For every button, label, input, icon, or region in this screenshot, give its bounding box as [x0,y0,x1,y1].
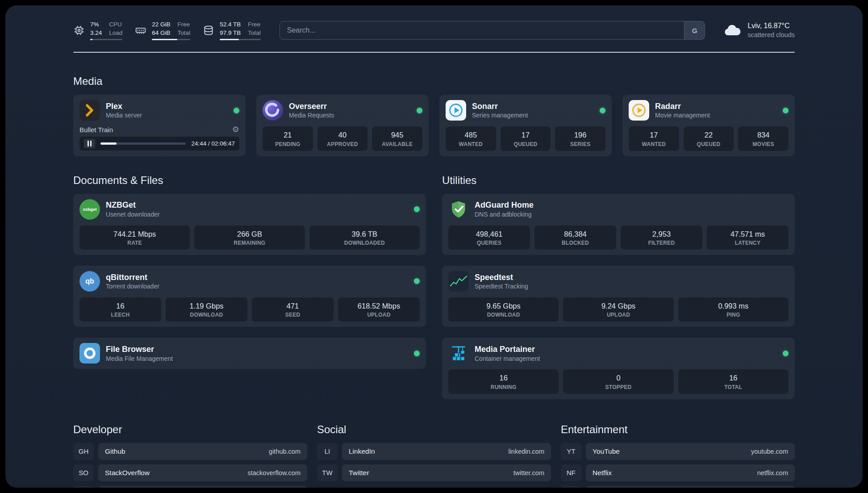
service-name: Speedtest [475,272,528,283]
memory-usage-bar [152,39,190,40]
stat-value: 86,384 [536,230,614,239]
bookmark-abbr: LI [317,443,338,460]
media-card-grid: Plex Media server Bullet Train ⚙ 24:44 /… [73,95,795,156]
stat-block: 834 MOVIES [738,126,789,150]
section-title-entertainment: Entertainment [561,423,795,436]
bookmark-linkedin[interactable]: LI LinkedIn linkedin.com [317,443,551,460]
service-name: Overseerr [289,101,334,112]
stats-row: 21 PENDING 40 APPROVED 945 AVAILABLE [263,126,422,150]
service-meta: Speedtest Speedtest Tracking [475,272,528,291]
adguard-card[interactable]: AdGuard Home DNS and adblocking 498,461 … [442,194,795,255]
stat-block: 86,384 BLOCKED [534,226,616,250]
bookmark-youtube[interactable]: YT YouTube youtube.com [561,443,795,460]
stat-block: 945 AVAILABLE [372,126,422,150]
section-title-media: Media [73,75,795,88]
bookmark-name: StackOverflow [105,469,150,477]
memory-widget: 22 GiB Free 64 GiB Total [135,21,190,40]
stat-label: SERIES [557,141,604,147]
bookmark-reddit[interactable]: RE Reddit reddit.com [561,486,795,488]
bookmark-pill: Twitter twitter.com [342,464,551,481]
stat-label: REMAINING [196,240,303,246]
memory-readout: 22 GiB Free 64 GiB Total [152,21,190,40]
plex-card-header: Plex Media server [79,100,239,121]
stat-block: 744.21 Mbps RATE [79,226,190,250]
bookmark-abbr: RE [561,486,581,488]
bookmark-stackoverflow[interactable]: SO StackOverflow stackoverflow.com [73,464,307,481]
stat-label: TOTAL [680,384,787,390]
service-meta: File Browser Media File Management [106,344,173,363]
cloud-icon [723,24,742,37]
disk-total-label: Total [248,29,261,37]
adguard-icon [448,199,469,220]
section-title-developer: Developer [73,423,307,436]
stat-block: 47.571 ms LATENCY [707,226,789,250]
now-playing-title: Bullet Train [79,126,113,134]
gear-icon[interactable]: ⚙ [232,125,239,134]
bookmark-github[interactable]: GH Github github.com [73,443,307,460]
bookmark-twitter[interactable]: TW Twitter twitter.com [317,464,551,481]
stat-label: RUNNING [450,384,557,390]
radarr-icon [629,100,649,121]
stat-label: FILTERED [622,240,701,246]
stat-label: QUEUED [685,141,732,147]
stat-label: RATE [81,240,188,246]
filebrowser-card[interactable]: File Browser Media File Management [73,338,426,369]
playback-time: 24:44 / 02:06:47 [191,140,235,147]
service-subtitle: Container management [475,355,540,363]
stat-label: PENDING [264,141,311,147]
stat-value: 16 [450,373,557,383]
bookmark-abbr: TW [317,464,338,481]
stat-label: QUEUED [502,141,549,147]
portainer-card[interactable]: Media Portainer Container management 16 … [442,338,795,399]
bookmark-url: stackoverflow.com [248,469,300,476]
sonarr-card-header: Sonarr Series management [446,100,605,121]
qbittorrent-card-header: qb qBittorrent Torrent downloader [79,271,420,292]
bookmarks-area: Developer GH Github github.com SO StackO… [73,423,795,488]
speedtest-card[interactable]: Speedtest Speedtest Tracking 9.65 Gbps D… [442,266,795,327]
overseerr-card-header: Overseerr Media Requests [263,100,422,121]
playback-progress-bar [100,142,186,145]
bookmark-dev[interactable]: DT DEV dev.to [73,486,307,488]
bookmark-url: github.com [269,448,300,455]
bookmark-url: netflix.com [757,469,788,476]
adguard-card-header: AdGuard Home DNS and adblocking [448,199,789,220]
cpu-readout: 7% CPU 3.24 Load [90,21,122,40]
bookmark-pill: DEV dev.to [98,486,307,488]
plex-card[interactable]: Plex Media server Bullet Train ⚙ 24:44 /… [73,95,246,156]
stat-label: BLOCKED [536,240,614,246]
pause-button[interactable] [84,139,95,148]
search-provider-button[interactable]: G [684,21,705,39]
social-column: Social LI LinkedIn linkedin.com TW Twitt… [317,423,551,488]
bookmark-netflix[interactable]: NF Netflix netflix.com [561,464,795,481]
qbittorrent-card[interactable]: qb qBittorrent Torrent downloader 16 LEE… [73,266,426,327]
bookmark-name: Github [105,447,125,455]
stat-value: 834 [740,130,787,140]
speedtest-icon [448,271,469,292]
stat-value: 21 [264,130,311,140]
stat-value: 0.993 ms [680,301,787,311]
search-bar: G [280,21,705,40]
speedtest-card-header: Speedtest Speedtest Tracking [448,271,789,292]
stat-value: 1.19 Gbps [167,301,246,311]
stat-label: UPLOAD [340,312,418,318]
bookmark-name: LinkedIn [349,447,375,455]
bookmark-name: YouTube [593,447,620,455]
now-playing-row: Bullet Train ⚙ [79,125,239,134]
sonarr-card[interactable]: Sonarr Series management 485 WANTED 17 Q… [439,95,612,156]
stat-label: DOWNLOAD [450,312,557,318]
stat-label: QUERIES [450,240,528,246]
overseerr-card[interactable]: Overseerr Media Requests 21 PENDING 40 A… [256,95,429,156]
search-input[interactable] [280,21,684,39]
stats-row: 16 LEECH 1.19 Gbps DOWNLOAD 471 SEED 6 [79,297,420,322]
stat-block: 22 QUEUED [684,126,734,150]
service-subtitle: Media Requests [289,111,334,119]
radarr-card[interactable]: Radarr Movie management 17 WANTED 22 QUE… [622,95,795,156]
stats-row: 485 WANTED 17 QUEUED 196 SERIES [446,126,605,150]
memory-icon [135,25,146,36]
bookmark-url: linkedin.com [508,448,544,455]
stat-block: 17 WANTED [629,126,679,150]
status-dot [414,278,420,284]
topbar-divider [73,52,795,53]
nzbget-card[interactable]: nzbget NZBGet Usenet downloader 744.21 M… [73,194,426,255]
stat-block: 0 STOPPED [563,369,673,393]
